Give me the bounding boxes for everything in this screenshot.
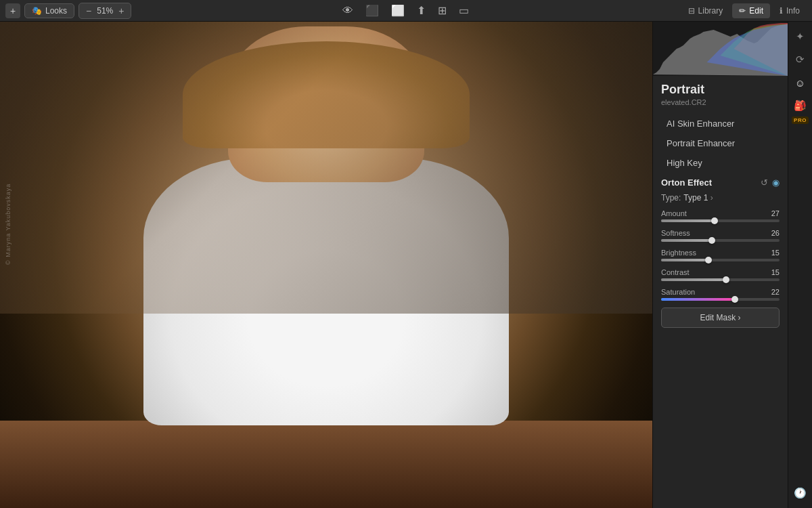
looks-icon: 🎭	[32, 6, 42, 16]
rotate-icon: ⟳	[796, 54, 805, 66]
contrast-track[interactable]	[661, 278, 780, 281]
brightness-track[interactable]	[661, 259, 780, 261]
main-content: © Maryna Yakubovskaya Portrait elevated.…	[0, 22, 812, 508]
library-icon: ⊟	[688, 6, 695, 16]
slider-saturation: Saturation 22	[661, 288, 780, 301]
saturation-track[interactable]	[661, 298, 780, 301]
pro-icon-btn[interactable]: 🎒	[791, 96, 810, 115]
face-icon: ☺	[795, 77, 805, 89]
toolbar-right: ⊟ Library ✏ Edit ℹ Info	[543, 3, 807, 18]
pro-badge: PRO	[792, 117, 809, 124]
add-button[interactable]: +	[5, 3, 20, 18]
export-icon[interactable]: ⬆	[413, 3, 429, 18]
face-icon-btn[interactable]: ☺	[791, 73, 810, 92]
sun-icon-btn[interactable]: ✦	[791, 27, 810, 46]
edit-mask-button[interactable]: Edit Mask ›	[661, 308, 780, 328]
zoom-value: 51%	[97, 6, 113, 16]
rotate-icon-btn[interactable]: ⟳	[791, 50, 810, 69]
panel-content: Portrait elevated.CR2 AI Skin Enhancer P…	[653, 76, 788, 508]
eye-icon[interactable]: 👁	[339, 3, 357, 18]
bag-icon: 🎒	[794, 100, 807, 112]
edit-icon: ✏	[739, 6, 746, 16]
amount-track[interactable]	[661, 219, 780, 222]
type-value[interactable]: Type 1	[683, 193, 713, 203]
preset-high-key[interactable]: High Key	[661, 154, 780, 172]
amount-value: 27	[771, 209, 780, 217]
zoom-decrease[interactable]: −	[85, 5, 93, 16]
toolbar-center: 👁 ⬛ ⬜ ⬆ ⊞ ▭	[274, 3, 537, 18]
sun-icon: ✦	[796, 30, 805, 43]
zoom-control: − 51% +	[78, 3, 131, 19]
section-controls: ↺ ◉	[761, 177, 780, 188]
saturation-value: 22	[771, 288, 780, 296]
clock-icon-btn[interactable]: 🕐	[791, 484, 810, 503]
sliders-container: Amount 27 Softness 26	[661, 209, 780, 301]
info-icon: ℹ	[780, 6, 783, 16]
looks-label: Looks	[45, 6, 67, 16]
brightness-value: 15	[771, 249, 780, 257]
slider-amount: Amount 27	[661, 209, 780, 222]
reset-button[interactable]: ↺	[761, 177, 768, 188]
library-tab[interactable]: ⊟ Library	[681, 3, 730, 18]
type-label: Type:	[661, 193, 681, 203]
grid-icon[interactable]: ⊞	[434, 3, 450, 18]
looks-button[interactable]: 🎭 Looks	[24, 3, 74, 18]
crop-icon[interactable]: ⬜	[388, 3, 408, 18]
edit-tab[interactable]: ✏ Edit	[732, 3, 770, 18]
watermark: © Maryna Yakubovskaya	[5, 184, 12, 265]
top-bar: + 🎭 Looks − 51% + 👁 ⬛ ⬜ ⬆ ⊞ ▭ ⊟ Library …	[0, 0, 812, 22]
slider-softness: Softness 26	[661, 229, 780, 242]
info-tab[interactable]: ℹ Info	[773, 3, 807, 18]
icon-bar: ✦ ⟳ ☺ 🎒 PRO 🕐	[788, 22, 812, 508]
clock-icon: 🕐	[794, 487, 807, 499]
image-area: © Maryna Yakubovskaya	[0, 22, 652, 508]
slider-contrast: Contrast 15	[661, 268, 780, 281]
softness-value: 26	[771, 229, 780, 237]
contrast-value: 15	[771, 268, 780, 276]
softness-label: Softness	[661, 229, 690, 237]
histogram-area	[653, 22, 788, 76]
softness-track[interactable]	[661, 239, 780, 242]
orton-section-header: Orton Effect ↺ ◉	[661, 177, 780, 188]
histogram-svg	[653, 22, 788, 76]
pro-wrapper: 🎒 PRO	[791, 96, 810, 124]
toggle-button[interactable]: ◉	[772, 177, 780, 188]
view-icon[interactable]: ▭	[455, 3, 472, 18]
type-row: Type: Type 1	[661, 193, 780, 203]
amount-label: Amount	[661, 209, 687, 217]
split-icon[interactable]: ⬛	[362, 3, 382, 18]
saturation-label: Saturation	[661, 288, 695, 296]
contrast-label: Contrast	[661, 268, 690, 276]
toolbar-left: + 🎭 Looks − 51% +	[5, 3, 269, 19]
preset-portrait[interactable]: Portrait Enhancer	[661, 134, 780, 152]
brightness-label: Brightness	[661, 249, 696, 257]
orton-title: Orton Effect	[661, 177, 712, 188]
zoom-increase[interactable]: +	[117, 5, 125, 16]
right-panel: Portrait elevated.CR2 AI Skin Enhancer P…	[652, 22, 788, 508]
slider-brightness: Brightness 15	[661, 249, 780, 261]
preset-ai-skin[interactable]: AI Skin Enhancer	[661, 114, 780, 133]
portrait-title: Portrait	[661, 83, 780, 97]
filename: elevated.CR2	[661, 98, 780, 106]
